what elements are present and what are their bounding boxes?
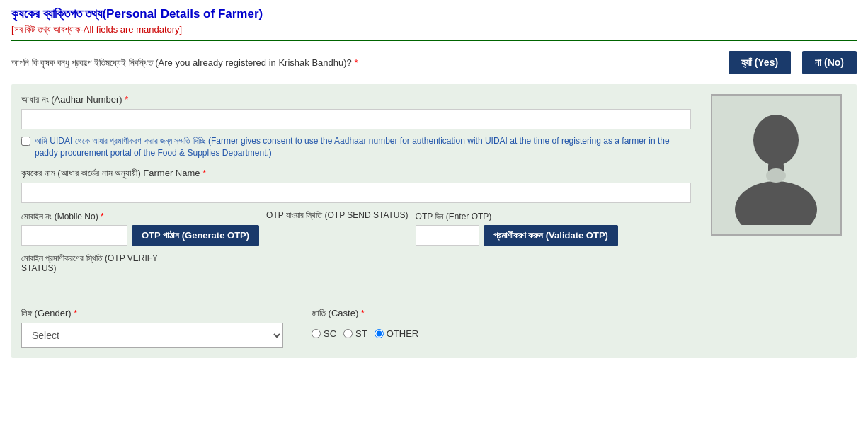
page-title: কৃষকের ব্যাক্তিগত তথ্য(Personal Details … [11,7,857,21]
mobile-label: মোবাইল নং (Mobile No) * [21,212,259,221]
form-layout: আধার নং (Aadhar Number) * আমি UIDAI থেকে… [21,94,847,348]
krishak-bandhu-question: আপনি কি কৃষক বন্ধু প্রকল্পে ইতিমধ্যেই নি… [11,57,717,69]
consent-checkbox[interactable] [21,137,30,146]
consent-text: আমি UIDAI থেকে আধার প্রমাণীকরণ করার জন্য… [35,135,691,159]
page-wrapper: কৃষকের ব্যাক্তিগত তথ্য(Personal Details … [0,0,868,426]
validate-otp-button[interactable]: প্রমাণীকরণ করুন (Validate OTP) [484,225,618,246]
farmer-name-label: কৃষকের নাম (আধার কার্ডের নাম অনুযায়ী) F… [21,168,691,179]
form-left: আধার নং (Aadhar Number) * আমি UIDAI থেকে… [21,94,691,348]
caste-sc-radio[interactable] [312,329,321,338]
caste-other-label[interactable]: OTHER [375,328,419,339]
farmer-name-section: কৃষকের নাম (আধার কার্ডের নাম অনুযায়ী) F… [21,168,691,203]
consent-row: আমি UIDAI থেকে আধার প্রমাণীকরণ করার জন্য… [21,135,691,159]
caste-label: জাতি (Caste) * [312,308,418,319]
avatar-silhouette-icon [730,105,822,225]
krishak-bandhu-required: * [354,57,358,68]
otp-enter-label: OTP দিন (Enter OTP) [416,212,618,221]
caste-sc-label[interactable]: SC [312,328,336,339]
otp-enter-group: OTP দিন (Enter OTP) প্রমাণীকরণ করুন (Val… [416,212,618,246]
no-button[interactable]: না (No) [802,51,857,74]
otp-send-status-value [266,224,408,246]
caste-st-label[interactable]: ST [343,328,367,339]
form-section: আধার নং (Aadhar Number) * আমি UIDAI থেকে… [11,84,857,358]
otp-send-status-group: OTP যাওয়ার স্থিতি (OTP SEND STATUS) [266,210,408,246]
svg-point-3 [766,168,786,183]
caste-other-radio[interactable] [375,329,384,338]
farmer-name-input[interactable] [21,183,691,203]
caste-radio-group: SC ST OTHER [312,328,418,339]
mobile-field-group: মোবাইল নং (Mobile No) * OTP পাঠান (Gener… [21,212,259,246]
krishak-bandhu-row: আপনি কি কৃষক বন্ধু প্রকল্পে ইতিমধ্যেই নি… [11,51,857,74]
section-divider [11,40,857,41]
aadhar-label: আধার নং (Aadhar Number) * [21,94,691,105]
otp-send-status-label: OTP যাওয়ার স্থিতি (OTP SEND STATUS) [266,210,408,220]
aadhar-input[interactable] [21,109,691,129]
yes-button[interactable]: হ্যাঁ (Yes) [729,51,791,74]
otp-verify-status-value [21,277,163,299]
svg-point-0 [753,115,799,166]
otp-enter-input[interactable] [416,225,479,246]
mobile-input[interactable] [21,225,127,246]
form-right [705,94,847,348]
mobile-otp-row: মোবাইল নং (Mobile No) * OTP পাঠান (Gener… [21,210,691,299]
caste-st-radio[interactable] [343,329,353,338]
generate-otp-button[interactable]: OTP পাঠান (Generate OTP) [132,225,259,246]
gender-caste-row: লিঙ্গ (Gender) * Select Male Female Othe… [21,308,691,348]
gender-select[interactable]: Select Male Female Other [21,323,283,348]
otp-verify-status-group: মোবাইল প্রমাণীকরণের স্থিতি (OTP VERIFY S… [21,253,163,299]
caste-group: জাতি (Caste) * SC ST OTHER [312,308,418,339]
avatar-box [711,94,842,236]
svg-point-2 [735,181,817,225]
gender-label: লিঙ্গ (Gender) * [21,308,283,319]
mandatory-note: [সব কিট তথ্য আবশ্যাক-All fields are mand… [11,24,857,35]
otp-verify-status-label: মোবাইল প্রমাণীকরণের স্থিতি (OTP VERIFY S… [21,253,163,273]
aadhar-section: আধার নং (Aadhar Number) * আমি UIDAI থেকে… [21,94,691,159]
gender-group: লিঙ্গ (Gender) * Select Male Female Othe… [21,308,283,348]
